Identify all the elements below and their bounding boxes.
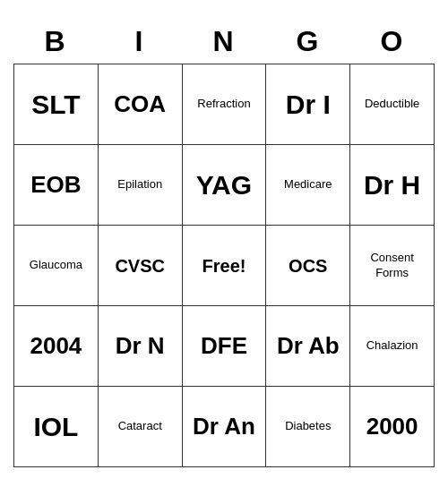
bingo-grid: SLTCOARefractionDr IDeductibleEOBEpilati… — [13, 64, 435, 467]
cell-r1-c1: Epilation — [99, 145, 183, 226]
header-letter: G — [266, 20, 350, 64]
cell-text: Dr N — [116, 331, 165, 362]
bingo-card: BINGO SLTCOARefractionDr IDeductibleEOBE… — [13, 20, 435, 467]
cell-r2-c0: Glaucoma — [14, 226, 99, 306]
cell-text: Dr An — [193, 412, 255, 442]
header-letter: B — [13, 20, 98, 64]
cell-text: COA — [114, 90, 166, 120]
cell-r0-c2: Refraction — [183, 64, 267, 145]
cell-text: OCS — [289, 254, 327, 278]
cell-text: Consent Forms — [354, 251, 430, 281]
cell-r2-c3: OCS — [266, 226, 350, 306]
header-letter: I — [98, 20, 182, 64]
cell-r0-c3: Dr I — [266, 64, 350, 145]
cell-r1-c3: Medicare — [266, 145, 350, 226]
cell-text: Dr H — [364, 167, 420, 202]
cell-r4-c4: 2000 — [350, 387, 435, 467]
cell-r2-c2: Free! — [183, 226, 267, 306]
cell-r3-c4: Chalazion — [350, 306, 435, 387]
cell-text: EOB — [30, 170, 81, 201]
cell-text: 2000 — [366, 412, 418, 442]
cell-text: Diabetes — [285, 419, 331, 434]
cell-r4-c0: IOL — [14, 387, 99, 467]
cell-r3-c0: 2004 — [14, 306, 99, 387]
bingo-header: BINGO — [13, 20, 435, 64]
cell-text: Free! — [202, 254, 246, 278]
cell-r1-c4: Dr H — [350, 145, 435, 226]
cell-r0-c4: Deductible — [350, 64, 435, 145]
cell-r3-c3: Dr Ab — [266, 306, 350, 387]
header-letter: O — [350, 20, 435, 64]
cell-text: YAG — [196, 167, 252, 202]
cell-text: Dr I — [286, 87, 331, 122]
cell-text: Glaucoma — [30, 258, 82, 273]
cell-r2-c4: Consent Forms — [350, 226, 435, 306]
cell-text: Deductible — [365, 97, 419, 112]
cell-text: Cataract — [118, 419, 162, 434]
cell-r0-c0: SLT — [14, 64, 99, 145]
cell-r2-c1: CVSC — [99, 226, 183, 306]
cell-r1-c2: YAG — [183, 145, 267, 226]
cell-text: Dr Ab — [277, 331, 340, 362]
cell-text: DFE — [201, 331, 247, 362]
cell-r4-c1: Cataract — [99, 387, 183, 467]
cell-r4-c2: Dr An — [183, 387, 267, 467]
cell-text: 2004 — [30, 331, 82, 362]
cell-text: Refraction — [197, 97, 250, 112]
cell-r4-c3: Diabetes — [266, 387, 350, 467]
cell-r3-c2: DFE — [183, 306, 267, 387]
cell-r0-c1: COA — [99, 64, 183, 145]
cell-text: Epilation — [117, 177, 162, 192]
cell-text: SLT — [31, 87, 80, 122]
cell-text: IOL — [33, 409, 78, 444]
cell-r1-c0: EOB — [14, 145, 99, 226]
cell-text: Chalazion — [366, 338, 418, 354]
cell-text: Medicare — [284, 177, 332, 192]
header-letter: N — [182, 20, 266, 64]
cell-text: CVSC — [115, 254, 165, 278]
cell-r3-c1: Dr N — [99, 306, 183, 387]
